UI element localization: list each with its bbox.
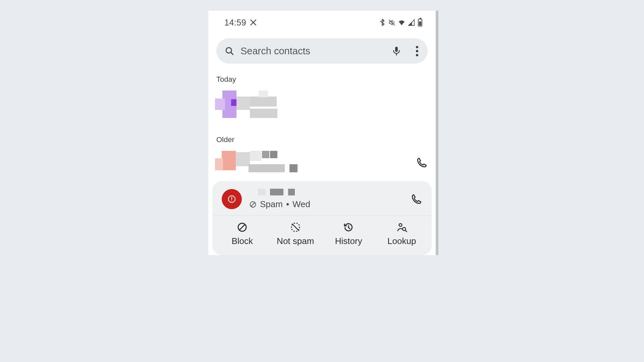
spam-call-info: Spam • Wed <box>249 188 404 209</box>
redacted-spam-number <box>258 188 404 196</box>
history-button[interactable]: History <box>322 222 375 246</box>
not-spam-icon <box>290 222 301 233</box>
status-bar-left: 14:59 <box>224 18 257 27</box>
mute-icon <box>388 19 396 26</box>
bluetooth-icon <box>378 19 386 26</box>
lookup-button[interactable]: Lookup <box>375 222 429 246</box>
svg-rect-5 <box>231 197 232 200</box>
phone-frame: 14:59 ! <box>208 11 436 255</box>
svg-point-10 <box>399 224 402 227</box>
lookup-label: Lookup <box>387 236 416 246</box>
block-label: Block <box>231 236 253 246</box>
spam-action-row: Block Not spam History <box>212 216 432 255</box>
section-header-today: Today <box>208 64 436 84</box>
redacted-contact-today <box>215 90 282 119</box>
x-app-icon <box>250 19 257 26</box>
phone-icon[interactable] <box>411 193 422 205</box>
wifi-icon <box>398 19 406 26</box>
call-entry-today[interactable] <box>208 84 436 119</box>
svg-rect-2 <box>395 47 398 52</box>
svg-rect-6 <box>231 200 232 201</box>
svg-text:!: ! <box>414 23 415 26</box>
block-icon <box>237 222 248 233</box>
not-spam-button[interactable]: Not spam <box>269 222 322 246</box>
status-time: 14:59 <box>224 18 246 27</box>
block-button[interactable]: Block <box>216 222 269 246</box>
call-entry-older[interactable] <box>208 144 436 174</box>
status-bar: 14:59 ! <box>208 11 436 32</box>
history-label: History <box>335 236 362 246</box>
microphone-icon[interactable] <box>391 46 401 56</box>
cell-signal-icon: ! <box>408 19 415 26</box>
not-spam-label: Not spam <box>277 236 314 246</box>
section-header-older: Older <box>208 119 436 144</box>
search-placeholder: Search contacts <box>240 46 385 57</box>
spam-badge-icon <box>222 189 242 209</box>
redacted-contact-older <box>215 151 302 174</box>
battery-icon <box>418 19 422 26</box>
more-options-icon[interactable] <box>414 46 420 56</box>
search-icon <box>224 46 234 56</box>
block-icon <box>249 201 257 208</box>
status-bar-right: ! <box>378 19 422 26</box>
spam-separator: • <box>286 199 289 209</box>
search-bar[interactable]: Search contacts <box>216 38 428 64</box>
lookup-icon <box>396 222 407 233</box>
spam-call-card: Spam • Wed Block <box>212 181 432 255</box>
spam-subtitle: Spam • Wed <box>249 199 404 209</box>
spam-day: Wed <box>292 199 310 209</box>
history-icon <box>343 222 354 233</box>
spam-label: Spam <box>260 199 283 209</box>
phone-icon[interactable] <box>416 157 428 168</box>
spam-call-row[interactable]: Spam • Wed <box>212 181 432 216</box>
